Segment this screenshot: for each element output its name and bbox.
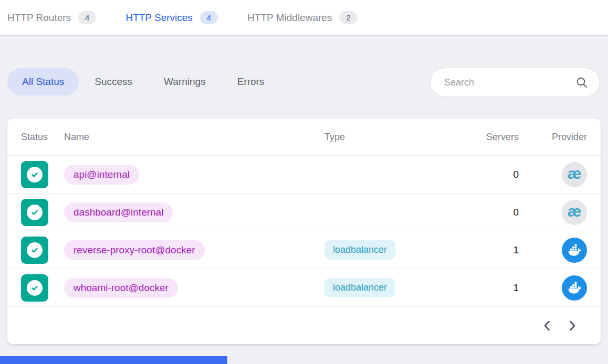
top-tab-bar: HTTP Routers 4 HTTP Services 4 HTTP Midd… xyxy=(0,0,608,36)
status-success-badge xyxy=(21,274,48,302)
provider-internal-icon: æ xyxy=(562,200,587,225)
table-header-row: Status Name Type Servers Provider xyxy=(7,119,601,155)
provider-cell: æ xyxy=(519,275,587,301)
status-cell xyxy=(21,199,64,226)
search-input[interactable] xyxy=(444,77,575,88)
col-header-provider: Provider xyxy=(519,132,587,143)
service-name-pill: api@internal xyxy=(64,165,139,185)
tab-count-badge: 4 xyxy=(78,11,96,24)
service-type-pill: loadbalancer xyxy=(324,278,395,297)
filter-errors[interactable]: Errors xyxy=(222,68,280,95)
table-row[interactable]: dashboard@internal 0 æ xyxy=(7,193,601,231)
check-icon xyxy=(30,245,39,255)
service-type-pill: loadbalancer xyxy=(324,240,395,260)
magnifier-icon xyxy=(575,76,588,89)
services-table-card: Status Name Type Servers Provider api@in… xyxy=(7,119,601,344)
status-success-badge xyxy=(21,199,48,226)
service-name-pill: dashboard@internal xyxy=(64,202,173,222)
tab-http-routers[interactable]: HTTP Routers 4 xyxy=(7,11,96,24)
type-cell: loadbalancer xyxy=(324,240,461,260)
docker-whale-icon xyxy=(567,280,582,296)
status-cell xyxy=(21,237,64,264)
servers-count: 0 xyxy=(461,207,519,218)
name-cell: dashboard@internal xyxy=(64,202,324,222)
tab-label: HTTP Routers xyxy=(7,12,71,24)
check-icon xyxy=(30,283,39,293)
tab-http-services[interactable]: HTTP Services 4 xyxy=(125,11,218,24)
tab-count-badge: 4 xyxy=(200,11,218,24)
col-header-status: Status xyxy=(21,132,64,143)
status-cell xyxy=(21,161,64,188)
status-success-badge xyxy=(21,237,48,264)
tab-http-middlewares[interactable]: HTTP Middlewares 2 xyxy=(247,11,358,24)
internal-ae-glyph: æ xyxy=(568,166,582,181)
docker-whale-icon xyxy=(567,242,582,258)
col-header-servers: Servers xyxy=(461,132,519,143)
table-body: api@internal 0 æ xyxy=(7,155,601,306)
provider-cell: æ xyxy=(519,238,587,263)
servers-count: 0 xyxy=(461,169,519,180)
check-icon xyxy=(30,208,39,217)
filter-success[interactable]: Success xyxy=(79,68,148,95)
name-cell: api@internal xyxy=(64,165,324,185)
check-icon xyxy=(30,170,39,179)
provider-docker-icon xyxy=(562,238,587,263)
bottom-blue-bar xyxy=(0,356,227,364)
chevron-left-icon xyxy=(543,320,551,331)
status-cell xyxy=(21,274,64,302)
provider-docker-icon xyxy=(562,275,587,301)
type-cell: loadbalancer xyxy=(324,278,461,297)
table-row[interactable]: api@internal 0 æ xyxy=(7,155,601,193)
filter-warnings[interactable]: Warnings xyxy=(148,68,222,95)
col-header-name: Name xyxy=(64,132,324,143)
filter-all-status[interactable]: All Status xyxy=(7,68,79,95)
search-box xyxy=(430,68,600,97)
provider-cell: æ xyxy=(519,162,587,187)
internal-ae-glyph: æ xyxy=(568,204,582,219)
pagination xyxy=(7,306,601,344)
service-name-pill: reverse-proxy-root@docker xyxy=(64,240,205,260)
provider-cell: æ xyxy=(519,200,587,225)
servers-count: 1 xyxy=(461,282,519,294)
col-header-type: Type xyxy=(324,132,461,143)
table-row[interactable]: reverse-proxy-root@docker loadbalancer 1… xyxy=(7,231,601,269)
service-name-pill: whoami-root@docker xyxy=(64,278,178,298)
provider-internal-icon: æ xyxy=(562,162,587,187)
next-page-button[interactable] xyxy=(569,320,576,331)
tab-label: HTTP Middlewares xyxy=(247,12,332,24)
servers-count: 1 xyxy=(461,244,519,256)
name-cell: reverse-proxy-root@docker xyxy=(64,240,324,260)
prev-page-button[interactable] xyxy=(543,320,551,331)
status-success-badge xyxy=(21,161,48,188)
tab-label: HTTP Services xyxy=(125,12,192,24)
name-cell: whoami-root@docker xyxy=(64,278,324,298)
chevron-right-icon xyxy=(569,320,576,331)
table-row[interactable]: whoami-root@docker loadbalancer 1 æ xyxy=(7,269,601,306)
tab-count-badge: 2 xyxy=(339,11,357,24)
